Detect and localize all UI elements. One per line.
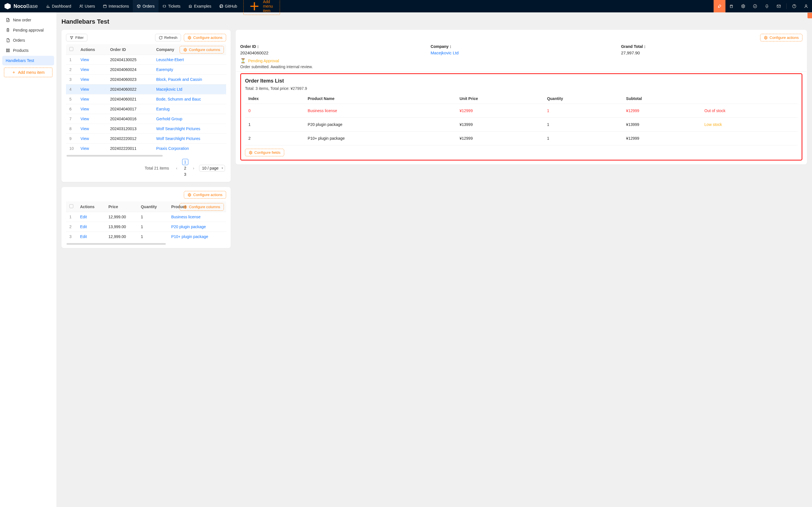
topnav-item-users[interactable]: Users xyxy=(75,0,99,12)
order-id-cell: 202404060024 xyxy=(107,65,153,75)
horizontal-scrollbar[interactable] xyxy=(66,243,166,245)
view-link[interactable]: View xyxy=(81,57,89,62)
table-row[interactable]: 2Edit13,999.001P20 plugin package xyxy=(66,222,226,232)
table-row[interactable]: 3View202404060023Block, Paucek and Cassi… xyxy=(66,75,226,84)
topnav-item-orders[interactable]: Orders xyxy=(133,0,158,12)
table-row[interactable]: 4View202404060022Macejkovic Ltd xyxy=(66,84,226,94)
row-index: 4 xyxy=(66,84,77,94)
filter-button[interactable]: Filter xyxy=(66,34,87,41)
svg-point-3 xyxy=(753,4,757,8)
highlight-icon[interactable] xyxy=(714,0,725,12)
configure-fields-button[interactable]: Configure fields xyxy=(245,149,284,156)
view-link[interactable]: View xyxy=(81,67,89,72)
edit-link[interactable]: Edit xyxy=(80,215,87,219)
table-row[interactable]: 8View202403120013Wolf Searchlight Pictur… xyxy=(66,124,226,134)
select-all-checkbox[interactable] xyxy=(69,47,73,51)
item-qty: 1 xyxy=(544,118,622,131)
order-items-highlight: Order Items List Total: 3 items, Total p… xyxy=(240,73,802,161)
edit-link[interactable]: Edit xyxy=(80,224,87,229)
help-icon[interactable] xyxy=(788,0,800,12)
topnav-item-dashboard[interactable]: Dashboard xyxy=(42,0,75,12)
add-menu-item-top[interactable]: Add menu item xyxy=(243,0,280,15)
configure-columns-button[interactable]: Configure columns xyxy=(180,203,224,211)
table-row[interactable]: 10View202402220011Praxis Corporation xyxy=(66,144,226,154)
mail-icon[interactable] xyxy=(773,0,784,12)
sidebar-item-new-order[interactable]: New order xyxy=(2,15,54,25)
order-id-cell: 202404130025 xyxy=(107,55,153,65)
sidebar-item-handlebars-test[interactable]: Handlebars Test xyxy=(2,56,54,65)
table-row[interactable]: 6View202404040017Earslug xyxy=(66,104,226,114)
value-company-link[interactable]: Macejkovic Ltd xyxy=(430,50,612,55)
company-link[interactable]: Gerhold Group xyxy=(156,117,183,121)
view-link[interactable]: View xyxy=(81,107,89,111)
refresh-icon xyxy=(159,36,163,40)
configure-columns-button[interactable]: Configure columns xyxy=(180,46,224,54)
page-next[interactable]: › xyxy=(191,165,197,171)
table-row[interactable]: 1View202404130025Leuschke-Ebert xyxy=(66,55,226,65)
table-row[interactable]: 2View202404060024Earempty xyxy=(66,65,226,75)
company-link[interactable]: Wolf Searchlight Pictures xyxy=(156,126,200,131)
view-link[interactable]: View xyxy=(81,77,89,82)
sidebar-item-orders[interactable]: Orders xyxy=(2,36,54,45)
svg-point-13 xyxy=(185,49,186,50)
company-link[interactable]: Wolf Searchlight Pictures xyxy=(156,136,200,141)
gear-icon[interactable] xyxy=(737,0,749,12)
product-link[interactable]: P10+ plugin package xyxy=(171,234,208,239)
plugin-icon[interactable] xyxy=(725,0,737,12)
view-link[interactable]: View xyxy=(81,126,89,131)
check-circle-icon[interactable] xyxy=(749,0,761,12)
page-size-select[interactable]: 10 / page xyxy=(199,165,225,172)
topnav-items: DashboardUsersInteractionsOrdersTicketsE… xyxy=(42,0,241,12)
order-id-cell: 202404060022 xyxy=(107,84,153,94)
select-all-checkbox[interactable] xyxy=(69,204,73,208)
user-icon[interactable] xyxy=(800,0,812,12)
order-id-cell: 202402220011 xyxy=(107,144,153,154)
table-row[interactable]: 3Edit12,999.001P10+ plugin package xyxy=(66,232,226,242)
company-link[interactable]: Block, Paucek and Cassin xyxy=(156,77,202,82)
page-number[interactable]: 3 xyxy=(182,171,188,177)
table-row[interactable]: 5View202404060021Bode, Schumm and Bauc xyxy=(66,94,226,104)
orders-table-wrap: Configure columns Actions Order ID Compa… xyxy=(66,44,226,153)
table-row[interactable]: 7View202404040016Gerhold Group xyxy=(66,114,226,124)
page-number[interactable]: 1 xyxy=(182,159,188,165)
topnav-item-examples[interactable]: Examples xyxy=(185,0,215,12)
page-prev[interactable]: ‹ xyxy=(174,165,180,171)
product-link[interactable]: Business license xyxy=(171,215,200,219)
item-subtotal: ¥12999 xyxy=(623,104,701,118)
bookmark-tab-icon[interactable] xyxy=(808,13,812,18)
sidebar-item-pending-approval[interactable]: Pending approval xyxy=(2,25,54,35)
table-row[interactable]: 9View202402220012Wolf Searchlight Pictur… xyxy=(66,134,226,144)
topnav-item-interactions[interactable]: Interactions xyxy=(99,0,133,12)
svg-rect-9 xyxy=(8,49,9,50)
hourglass-icon: ⏳ xyxy=(240,58,246,63)
edit-link[interactable]: Edit xyxy=(80,234,87,239)
configure-actions-button[interactable]: Configure actions xyxy=(184,191,226,199)
view-link[interactable]: View xyxy=(81,117,89,121)
company-link[interactable]: Bode, Schumm and Bauc xyxy=(156,97,201,101)
company-link[interactable]: Leuschke-Ebert xyxy=(156,57,184,62)
topnav-item-tickets[interactable]: Tickets xyxy=(158,0,185,12)
company-link[interactable]: Praxis Corporation xyxy=(156,146,189,151)
configure-actions-button[interactable]: Configure actions xyxy=(760,34,802,41)
bell-icon[interactable] xyxy=(761,0,773,12)
refresh-button[interactable]: Refresh xyxy=(155,34,181,41)
sidebar-item-label: Handlebars Test xyxy=(6,58,34,63)
add-menu-item-side[interactable]: Add menu item xyxy=(4,68,52,77)
table-row[interactable]: 1Edit12,999.001Business license xyxy=(66,212,226,222)
view-link[interactable]: View xyxy=(81,97,89,101)
product-link[interactable]: P20 plugin package xyxy=(171,224,206,229)
view-link[interactable]: View xyxy=(81,146,89,151)
sidebar-item-products[interactable]: Products xyxy=(2,46,54,55)
view-link[interactable]: View xyxy=(81,87,89,92)
page-number[interactable]: 2 xyxy=(182,165,188,171)
topnav-right xyxy=(714,0,812,12)
brand-logo[interactable]: NocoBase xyxy=(0,3,42,9)
row-index: 10 xyxy=(66,144,77,154)
configure-actions-button[interactable]: Configure actions xyxy=(184,34,226,41)
topnav-item-github[interactable]: GitHub xyxy=(215,0,241,12)
col-quantity: Quantity xyxy=(137,202,168,212)
company-link[interactable]: Earslug xyxy=(156,107,169,111)
view-link[interactable]: View xyxy=(81,136,89,141)
company-link[interactable]: Earempty xyxy=(156,67,173,72)
company-link[interactable]: Macejkovic Ltd xyxy=(156,87,183,92)
